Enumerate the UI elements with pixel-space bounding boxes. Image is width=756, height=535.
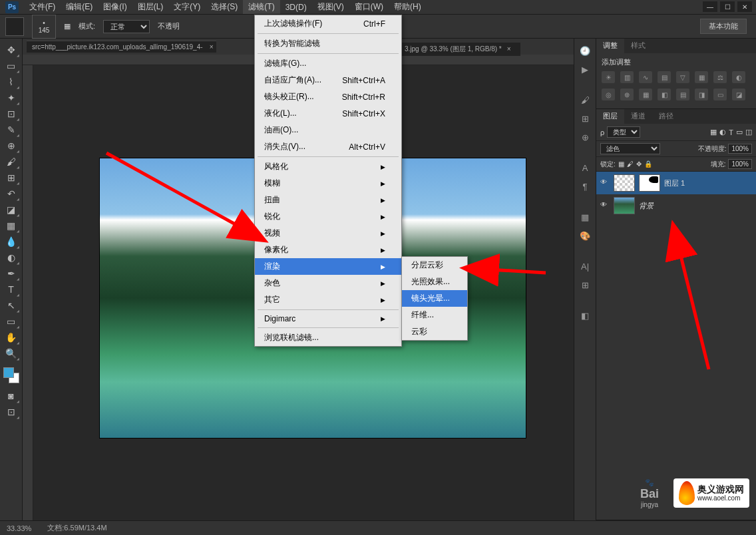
marquee-tool[interactable]: ▭	[3, 59, 20, 73]
brush-preview[interactable]	[5, 17, 24, 36]
lasso-tool[interactable]: ⌇	[3, 75, 20, 89]
menu-liquify[interactable]: 液化(L)...Shift+Ctrl+X	[255, 105, 401, 122]
tab-close-icon-2[interactable]: ×	[507, 45, 511, 53]
menu-browse-filters-online[interactable]: 浏览联机滤镜...	[255, 329, 401, 346]
eyedropper-tool[interactable]: ✎	[3, 122, 20, 137]
path-selection-tool[interactable]: ↖	[3, 298, 20, 313]
menu-layer[interactable]: 图层(L)	[132, 0, 169, 14]
menu-adaptive-wide-angle[interactable]: 自适应广角(A)...Shift+Ctrl+A	[255, 72, 401, 89]
menu-distort[interactable]: 扭曲▶	[255, 192, 401, 208]
zoom-level[interactable]: 33.33%	[7, 524, 31, 532]
screen-mode-toggle[interactable]: ⊡	[3, 405, 20, 419]
character-panel-icon[interactable]: A	[577, 160, 593, 176]
brush-panel-toggle-icon[interactable]: ▦	[64, 22, 71, 31]
gradient-tool[interactable]: ▦	[3, 218, 20, 233]
color-panel-icon[interactable]: 🎨	[577, 228, 593, 244]
lock-all-icon[interactable]: 🔒	[644, 160, 652, 168]
healing-brush-tool[interactable]: ⊕	[3, 138, 20, 153]
curves-icon[interactable]: ∿	[639, 71, 652, 83]
color-lookup-icon[interactable]: ▦	[639, 89, 652, 100]
layer-row[interactable]: 👁 背景	[596, 194, 756, 217]
gradient-map-icon[interactable]: ▭	[713, 89, 727, 100]
layer-opacity-value[interactable]: 100%	[728, 144, 752, 154]
zoom-tool[interactable]: 🔍	[3, 346, 20, 361]
menu-render[interactable]: 渲染▶ 分层云彩 光照效果... 镜头光晕... 纤维... 云彩	[255, 258, 401, 275]
layer-thumbnail[interactable]	[614, 174, 635, 192]
filter-adjust-icon[interactable]: ◐	[719, 128, 726, 136]
color-swatches[interactable]	[3, 367, 19, 383]
menu-select[interactable]: 选择(S)	[206, 0, 243, 14]
menu-clouds[interactable]: 云彩	[402, 323, 467, 340]
layer-name[interactable]: 背景	[639, 201, 654, 211]
color-balance-icon[interactable]: ⚖	[713, 71, 727, 83]
workspace-button[interactable]: 基本功能	[700, 19, 747, 34]
filter-pixel-icon[interactable]: ▦	[710, 128, 717, 136]
pen-tool[interactable]: ✒	[3, 266, 20, 281]
history-panel-icon[interactable]: 🕘	[577, 43, 593, 59]
layer-thumbnail[interactable]	[614, 197, 635, 214]
channel-mixer-icon[interactable]: ⊕	[620, 89, 634, 100]
crop-tool[interactable]: ⊡	[3, 106, 20, 121]
invert-icon[interactable]: ◧	[658, 89, 671, 100]
menu-sharpen[interactable]: 锐化▶	[255, 208, 401, 225]
menu-filter-gallery[interactable]: 滤镜库(G)...	[255, 55, 401, 72]
menu-vanishing-point[interactable]: 消失点(V)...Alt+Ctrl+V	[255, 138, 401, 155]
paragraph-panel-icon[interactable]: ¶	[577, 178, 593, 194]
hue-sat-icon[interactable]: ▦	[695, 71, 708, 83]
filter-shape-icon[interactable]: ▭	[736, 128, 743, 136]
menu-3d[interactable]: 3D(D)	[280, 1, 312, 13]
brush-size-indicator[interactable]: •145	[32, 15, 56, 39]
history-brush-tool[interactable]: ↶	[3, 186, 20, 201]
tab-close-icon[interactable]: ×	[210, 43, 214, 51]
posterize-icon[interactable]: ▤	[676, 89, 689, 100]
menu-noise[interactable]: 杂色▶	[255, 275, 401, 291]
menu-lens-correction[interactable]: 镜头校正(R)...Shift+Ctrl+R	[255, 89, 401, 105]
lock-transparency-icon[interactable]: ▦	[618, 160, 624, 168]
visibility-toggle-icon[interactable]: 👁	[600, 178, 610, 188]
minimize-button[interactable]: —	[703, 1, 717, 12]
menu-help[interactable]: 帮助(H)	[389, 0, 427, 14]
bw-icon[interactable]: ◐	[732, 71, 745, 83]
brushes-panel-icon[interactable]: 🖌	[577, 92, 593, 108]
brush-tool[interactable]: 🖌	[3, 154, 20, 169]
layer-fill-value[interactable]: 100%	[728, 159, 752, 169]
move-tool[interactable]: ✥	[3, 43, 20, 57]
filter-smart-icon[interactable]: ◫	[745, 128, 752, 136]
menu-oil-paint[interactable]: 油画(O)...	[255, 122, 401, 138]
menu-other[interactable]: 其它▶	[255, 291, 401, 308]
menu-stylize[interactable]: 风格化▶	[255, 158, 401, 175]
threshold-icon[interactable]: ◨	[695, 89, 708, 100]
foreground-color-swatch[interactable]	[3, 367, 14, 378]
menu-edit[interactable]: 编辑(E)	[61, 0, 98, 14]
document-size[interactable]: 文档:6.59M/13.4M	[47, 523, 106, 533]
close-button[interactable]: ✕	[737, 1, 752, 12]
lock-pixels-icon[interactable]: 🖌	[627, 160, 634, 168]
layer-filter-select[interactable]: 类型	[607, 126, 640, 138]
filter-type-icon[interactable]: T	[729, 128, 733, 136]
visibility-toggle-icon[interactable]: 👁	[600, 201, 610, 210]
menu-video[interactable]: 视频▶	[255, 225, 401, 242]
menu-digimarc[interactable]: Digimarc▶	[255, 311, 401, 326]
dodge-tool[interactable]: ◐	[3, 250, 20, 265]
menu-difference-clouds[interactable]: 分层云彩	[402, 257, 467, 273]
menu-file[interactable]: 文件(F)	[24, 0, 61, 14]
styles-tab[interactable]: 样式	[624, 39, 652, 53]
menu-pixelate[interactable]: 像素化▶	[255, 242, 401, 258]
menu-view[interactable]: 视图(V)	[312, 0, 349, 14]
menu-lighting-effects[interactable]: 光照效果...	[402, 273, 467, 290]
char-styles-panel-icon[interactable]: A|	[577, 258, 593, 274]
menu-lens-flare[interactable]: 镜头光晕...	[402, 290, 467, 307]
vibrance-icon[interactable]: ▽	[676, 71, 689, 83]
blend-mode-layer-select[interactable]: 滤色	[600, 143, 660, 154]
clone-source-panel-icon[interactable]: ⊕	[577, 129, 593, 145]
navigator-panel-icon[interactable]: ◧	[577, 307, 593, 323]
menu-fibers[interactable]: 纤维...	[402, 307, 467, 323]
photo-filter-icon[interactable]: ◎	[602, 89, 615, 100]
menu-blur[interactable]: 模糊▶	[255, 175, 401, 192]
para-styles-panel-icon[interactable]: ⊞	[577, 277, 593, 293]
exposure-icon[interactable]: ▤	[658, 71, 671, 83]
lock-position-icon[interactable]: ✥	[636, 160, 642, 168]
type-tool[interactable]: T	[3, 282, 20, 297]
menu-image[interactable]: 图像(I)	[98, 0, 132, 14]
menu-window[interactable]: 窗口(W)	[349, 0, 389, 14]
